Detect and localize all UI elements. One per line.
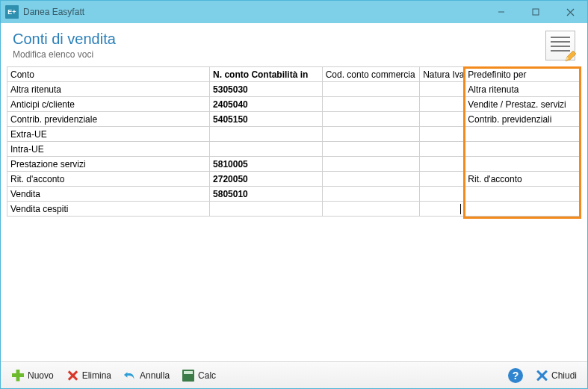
table-row[interactable]: Rit. d'acconto2720050Rit. d'acconto [7, 172, 581, 187]
maximize-icon [532, 8, 539, 16]
window-close-button[interactable] [553, 1, 587, 23]
table-cell[interactable]: Rit. d'acconto [7, 172, 210, 187]
help-button[interactable]: ? [505, 367, 526, 385]
minimize-icon [498, 8, 505, 16]
table-cell[interactable] [465, 127, 581, 142]
titlebar: E+ Danea Easyfatt [1, 1, 587, 23]
table-cell[interactable] [210, 202, 323, 217]
col-header-natura[interactable]: Natura Iva [420, 67, 465, 82]
grid-area: Conto N. conto Contabilità in Cod. conto… [1, 66, 587, 361]
table-cell[interactable] [420, 187, 465, 202]
plus-icon [11, 369, 25, 382]
undo-button[interactable]: Annulla [120, 367, 173, 384]
table-cell[interactable] [322, 157, 420, 172]
table-cell[interactable]: Vendita cespiti [7, 202, 210, 217]
table-cell[interactable] [420, 172, 465, 187]
page-title: Conti di vendita [13, 31, 116, 48]
table-cell[interactable]: Prestazione servizi [7, 157, 210, 172]
calculator-icon [182, 369, 195, 382]
minimize-button[interactable] [484, 1, 519, 23]
svg-rect-1 [533, 9, 539, 15]
table-cell[interactable]: 5810005 [210, 157, 323, 172]
table-cell[interactable]: 5305030 [210, 82, 323, 97]
table-cell[interactable] [322, 112, 420, 127]
pencil-icon [564, 49, 578, 63]
table-cell[interactable]: Extra-UE [7, 127, 210, 142]
table-header-row: Conto N. conto Contabilità in Cod. conto… [7, 67, 581, 82]
table-cell[interactable] [322, 172, 420, 187]
table-cell[interactable] [420, 127, 465, 142]
close-icon [566, 8, 575, 16]
calc-button[interactable]: Calc [179, 367, 219, 384]
table-cell[interactable] [420, 97, 465, 112]
table-cell[interactable] [465, 157, 581, 172]
col-header-predef[interactable]: Predefinito per [465, 67, 581, 82]
table-cell[interactable] [322, 202, 420, 217]
app-icon: E+ [5, 5, 19, 19]
table-cell[interactable]: Contrib. previdenziale [7, 112, 210, 127]
page-header: Conti di vendita Modifica elenco voci [1, 23, 587, 66]
close-button-label: Chiudi [551, 370, 577, 381]
table-cell[interactable] [420, 202, 465, 217]
calc-button-label: Calc [198, 370, 216, 381]
app-title: Danea Easyfatt [23, 7, 84, 17]
accounts-table[interactable]: Conto N. conto Contabilità in Cod. conto… [7, 66, 581, 217]
table-cell[interactable] [420, 112, 465, 127]
table-row[interactable]: Contrib. previdenziale5405150Contrib. pr… [7, 112, 581, 127]
delete-button[interactable]: Elimina [63, 367, 114, 384]
table-cell[interactable]: Vendite / Prestaz. servizi [465, 97, 581, 112]
app-window: E+ Danea Easyfatt Conti di vendita Modif… [0, 0, 588, 389]
table-row[interactable]: Altra ritenuta5305030Altra ritenuta [7, 82, 581, 97]
table-row[interactable]: Intra-UE [7, 142, 581, 157]
col-header-conto[interactable]: Conto [7, 67, 210, 82]
table-cell[interactable] [210, 142, 323, 157]
edit-list-button[interactable] [545, 31, 575, 60]
table-row[interactable]: Vendita5805010 [7, 187, 581, 202]
table-row[interactable]: Prestazione servizi5810005 [7, 157, 581, 172]
new-button-label: Nuovo [28, 370, 54, 381]
help-icon: ? [508, 368, 523, 383]
col-header-nconto[interactable]: N. conto Contabilità in [210, 67, 323, 82]
table-cell[interactable]: 2720050 [210, 172, 323, 187]
table-cell[interactable]: Anticipi c/cliente [7, 97, 210, 112]
text-cursor [460, 204, 461, 214]
undo-icon [123, 369, 137, 382]
delete-button-label: Elimina [82, 370, 111, 381]
table-cell[interactable] [322, 97, 420, 112]
table-cell[interactable] [322, 187, 420, 202]
table-cell[interactable]: 5405150 [210, 112, 323, 127]
maximize-button[interactable] [519, 1, 553, 23]
new-button[interactable]: Nuovo [8, 367, 57, 384]
table-cell[interactable] [322, 82, 420, 97]
table-cell[interactable]: Altra ritenuta [7, 82, 210, 97]
table-cell[interactable]: 2405040 [210, 97, 323, 112]
table-cell[interactable]: Altra ritenuta [465, 82, 581, 97]
page-subtitle: Modifica elenco voci [13, 49, 116, 60]
table-cell[interactable] [465, 202, 581, 217]
close-x-icon [535, 369, 548, 382]
table-row[interactable]: Anticipi c/cliente2405040Vendite / Prest… [7, 97, 581, 112]
table-cell[interactable] [322, 127, 420, 142]
table-cell[interactable] [465, 187, 581, 202]
table-cell[interactable] [420, 142, 465, 157]
table-cell[interactable] [420, 157, 465, 172]
table-cell[interactable]: Contrib. previdenziali [465, 112, 581, 127]
col-header-cod[interactable]: Cod. conto commercia [322, 67, 420, 82]
delete-icon [66, 369, 79, 382]
undo-button-label: Annulla [140, 370, 170, 381]
table-cell[interactable]: Vendita [7, 187, 210, 202]
table-row[interactable]: Vendita cespiti [7, 202, 581, 217]
table-cell[interactable] [210, 127, 323, 142]
table-cell[interactable]: Intra-UE [7, 142, 210, 157]
table-cell[interactable]: Rit. d'acconto [465, 172, 581, 187]
close-button[interactable]: Chiudi [532, 367, 580, 384]
table-cell[interactable] [420, 82, 465, 97]
table-cell[interactable]: 5805010 [210, 187, 323, 202]
table-cell[interactable] [322, 142, 420, 157]
table-row[interactable]: Extra-UE [7, 127, 581, 142]
footer-toolbar: Nuovo Elimina Annulla Calc ? Chiudi [1, 361, 587, 388]
table-cell[interactable] [465, 142, 581, 157]
